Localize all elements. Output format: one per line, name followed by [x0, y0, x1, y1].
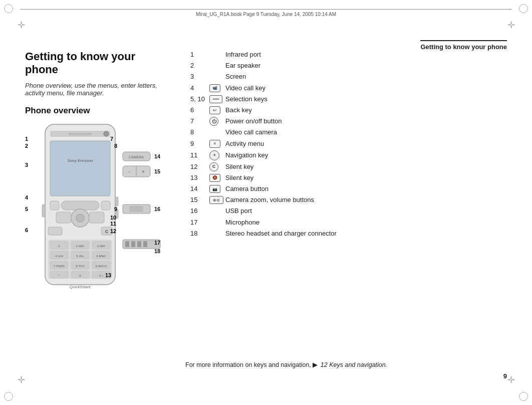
label-2: 2 [25, 143, 28, 149]
cross-br: ✛ [506, 375, 516, 385]
crop-mark-br [519, 392, 528, 401]
svg-text:4 GHI: 4 GHI [55, 255, 63, 258]
svg-text:17: 17 [154, 240, 160, 246]
svg-rect-8 [101, 201, 110, 210]
label-4: 4 [25, 194, 28, 200]
svg-rect-55 [131, 241, 135, 247]
item-number: 4 [190, 84, 209, 93]
left-column: Getting to know your phone Phone overvie… [25, 50, 175, 375]
crop-mark-tr [519, 4, 528, 13]
footer-link: 12 Keys and navigation. [321, 361, 387, 368]
item-icon: ↩ [209, 106, 225, 114]
list-item: 2 Ear speaker [190, 61, 507, 70]
svg-text:15: 15 [154, 168, 160, 174]
list-item: 14 📷 Camera button [190, 184, 507, 193]
list-item: 8 Video call camera [190, 128, 507, 137]
item-desc: Navigation key [225, 151, 507, 160]
item-desc: Camera zoom, volume buttons [225, 195, 507, 205]
svg-rect-52 [129, 206, 143, 212]
file-info: Mirai_UG_R1A.book Page 9 Tuesday, June 1… [196, 12, 336, 17]
right-column: 1 Infrared port 2 Ear speaker 3 Screen 4 [190, 50, 507, 375]
item-number: 1 [190, 50, 209, 59]
right-header: Getting to know your phone [420, 40, 507, 51]
list-item: 18 Stereo headset and charger connector [190, 229, 507, 238]
item-desc: Infrared port [225, 50, 507, 59]
label-13: 13 [105, 272, 111, 278]
item-desc: Video call key [225, 84, 507, 93]
label-7: 7 [110, 136, 113, 142]
item-desc: Stereo headset and charger connector [225, 229, 507, 238]
label-9: 9 [114, 206, 117, 212]
item-icon: C [209, 162, 225, 171]
svg-point-4 [104, 131, 109, 136]
svg-rect-12 [89, 212, 104, 223]
camera-button-icon: 📷 [209, 185, 220, 193]
selection-key-icon: ━━━ [209, 95, 222, 103]
label-12: 12 [110, 228, 116, 234]
label-6: 6 [25, 227, 28, 233]
video-call-icon: 📹 [209, 84, 220, 92]
activity-menu-icon: ≡ [209, 140, 220, 148]
item-desc: Microphone [225, 218, 507, 227]
list-item: 7 ⏻ Power on/off button [190, 117, 507, 126]
svg-rect-42 [42, 205, 45, 217]
svg-rect-7 [50, 201, 59, 210]
item-number: 6 [190, 106, 209, 115]
list-item: 11 ✦ Navigation key [190, 150, 507, 160]
crop-mark-bl [4, 392, 13, 401]
svg-rect-5 [69, 133, 92, 135]
svg-rect-11 [56, 212, 71, 223]
list-item: 12 C Silent key [190, 162, 507, 171]
item-desc: Back key [225, 106, 507, 115]
item-desc: Camera button [225, 184, 507, 193]
phone-diagram: Sony Ericsson [25, 122, 165, 302]
phone-illustration: Sony Ericsson [36, 122, 134, 300]
item-icon: ⏻ [209, 117, 225, 126]
item-number: 5, 10 [190, 95, 209, 104]
arrow-icon: ▶ [313, 361, 318, 368]
label-3: 3 [25, 162, 28, 168]
svg-text:9 WXYZ: 9 WXYZ [96, 265, 107, 268]
list-item: 13 🔕 Silent key [190, 173, 507, 182]
page: ✛ ✛ ✛ ✛ Mirai_UG_R1A.book Page 9 Tuesday… [0, 0, 532, 405]
crop-mark-tl [4, 4, 13, 13]
item-number: 8 [190, 128, 209, 137]
list-item: 5, 10 ━━━ Selection keys [190, 95, 507, 104]
cross-tr: ✛ [506, 20, 516, 30]
item-number: 17 [190, 218, 209, 227]
item-icon: 🔕 [209, 174, 225, 182]
item-number: 12 [190, 162, 209, 171]
item-desc: Activity menu [225, 139, 507, 148]
power-icon: ⏻ [209, 117, 218, 126]
svg-rect-56 [137, 241, 141, 247]
svg-text:Sony Ericsson: Sony Ericsson [67, 158, 93, 163]
section-subtitle: Phone overview, use the menus, enter let… [25, 82, 175, 97]
label-8: 8 [114, 143, 117, 149]
item-number: 14 [190, 184, 209, 193]
svg-text:14: 14 [154, 153, 161, 159]
item-number: 7 [190, 117, 209, 126]
item-icon: 📹 [209, 84, 225, 92]
footer-note: For more information on keys and navigat… [185, 360, 507, 370]
svg-text:18: 18 [154, 248, 160, 254]
silent-key-icon: 🔕 [209, 174, 220, 182]
item-number: 9 [190, 139, 209, 148]
item-desc: Selection keys [225, 95, 507, 104]
item-number: 15 [190, 195, 209, 205]
svg-text:5 JKL: 5 JKL [76, 255, 84, 258]
label-10: 10 [110, 215, 116, 221]
svg-text:# ♪: # ♪ [99, 274, 103, 277]
main-content: Getting to know your phone Phone overvie… [25, 50, 507, 375]
list-item: 1 Infrared port [190, 50, 507, 59]
item-number: 18 [190, 229, 209, 238]
list-item: 3 Screen [190, 72, 507, 81]
svg-text:QuickShare: QuickShare [70, 285, 91, 289]
footer-text: For more information on keys and navigat… [185, 361, 311, 368]
item-number: 16 [190, 207, 209, 216]
svg-text:16: 16 [154, 206, 160, 212]
svg-text:CAMERA: CAMERA [129, 155, 144, 159]
side-accessories: CAMERA - + 14 [120, 122, 165, 300]
back-key-icon: ↩ [209, 106, 220, 114]
list-item: 4 📹 Video call key [190, 84, 507, 93]
top-bar: Mirai_UG_R1A.book Page 9 Tuesday, June 1… [20, 9, 512, 17]
